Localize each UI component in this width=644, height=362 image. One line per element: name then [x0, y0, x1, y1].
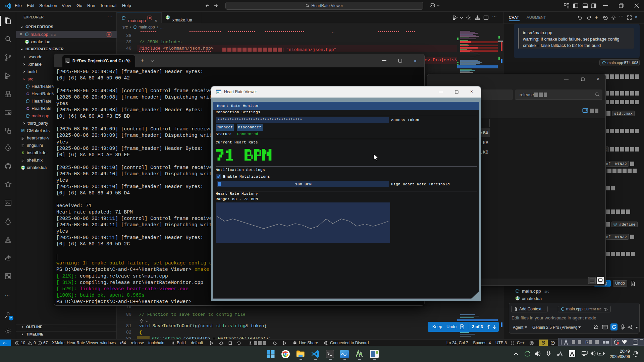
svg-text:$: $ [22, 151, 24, 155]
svg-text:C: C [26, 92, 29, 96]
svg-text:C: C [26, 107, 29, 111]
svg-text:M: M [21, 128, 24, 133]
